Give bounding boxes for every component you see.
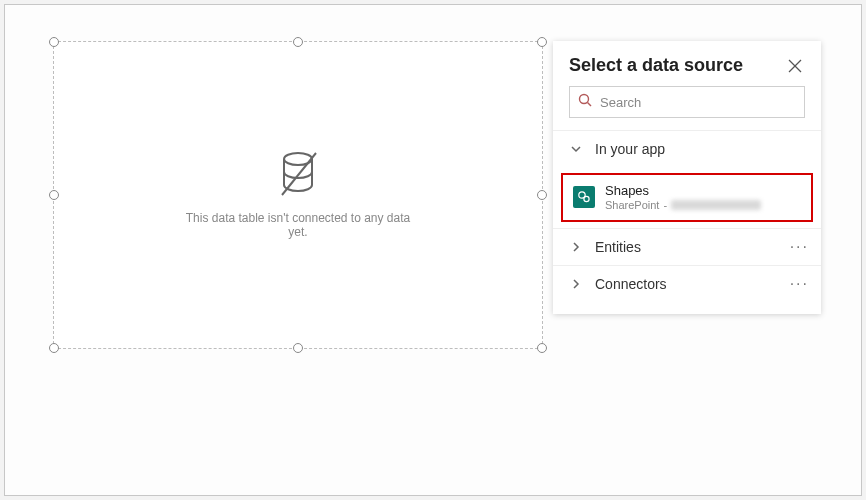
datatable-placeholder-text: This data table isn't connected to any d… bbox=[176, 211, 420, 239]
datasource-text: Shapes SharePoint - bbox=[605, 183, 761, 212]
canvas-frame: This data table isn't connected to any d… bbox=[4, 4, 862, 496]
datasource-provider: SharePoint bbox=[605, 199, 659, 212]
datasource-name: Shapes bbox=[605, 183, 761, 199]
svg-point-4 bbox=[580, 95, 589, 104]
section-in-your-app[interactable]: In your app bbox=[553, 130, 821, 167]
resize-handle-top-left[interactable] bbox=[49, 37, 59, 47]
chevron-right-icon bbox=[569, 277, 583, 291]
search-input[interactable] bbox=[600, 95, 796, 110]
separator: - bbox=[663, 199, 667, 212]
section-entities[interactable]: Entities ··· bbox=[553, 228, 821, 265]
datatable-placeholder: This data table isn't connected to any d… bbox=[176, 151, 420, 239]
close-button[interactable] bbox=[785, 56, 805, 76]
section-connectors[interactable]: Connectors ··· bbox=[553, 265, 821, 302]
chevron-right-icon bbox=[569, 240, 583, 254]
more-button[interactable]: ··· bbox=[790, 238, 809, 256]
resize-handle-bottom-right[interactable] bbox=[537, 343, 547, 353]
svg-line-5 bbox=[588, 103, 592, 107]
resize-handle-top-middle[interactable] bbox=[293, 37, 303, 47]
search-box[interactable] bbox=[569, 86, 805, 118]
more-button[interactable]: ··· bbox=[790, 275, 809, 293]
resize-handle-middle-right[interactable] bbox=[537, 190, 547, 200]
panel-header: Select a data source bbox=[553, 41, 821, 86]
section-label: In your app bbox=[595, 141, 665, 157]
search-icon bbox=[578, 93, 592, 111]
resize-handle-middle-left[interactable] bbox=[49, 190, 59, 200]
redacted-account bbox=[671, 200, 761, 210]
panel-title: Select a data source bbox=[569, 55, 743, 76]
database-icon bbox=[276, 185, 320, 202]
resize-handle-top-right[interactable] bbox=[537, 37, 547, 47]
datasource-item-shapes[interactable]: Shapes SharePoint - bbox=[561, 173, 813, 222]
chevron-down-icon bbox=[569, 142, 583, 156]
svg-point-7 bbox=[584, 197, 589, 202]
resize-handle-bottom-middle[interactable] bbox=[293, 343, 303, 353]
resize-handle-bottom-left[interactable] bbox=[49, 343, 59, 353]
data-table-control[interactable]: This data table isn't connected to any d… bbox=[53, 41, 543, 349]
section-label: Entities bbox=[595, 239, 641, 255]
sharepoint-icon bbox=[573, 186, 595, 208]
datasource-subtitle: SharePoint - bbox=[605, 199, 761, 212]
data-source-panel: Select a data source bbox=[553, 41, 821, 314]
section-label: Connectors bbox=[595, 276, 667, 292]
